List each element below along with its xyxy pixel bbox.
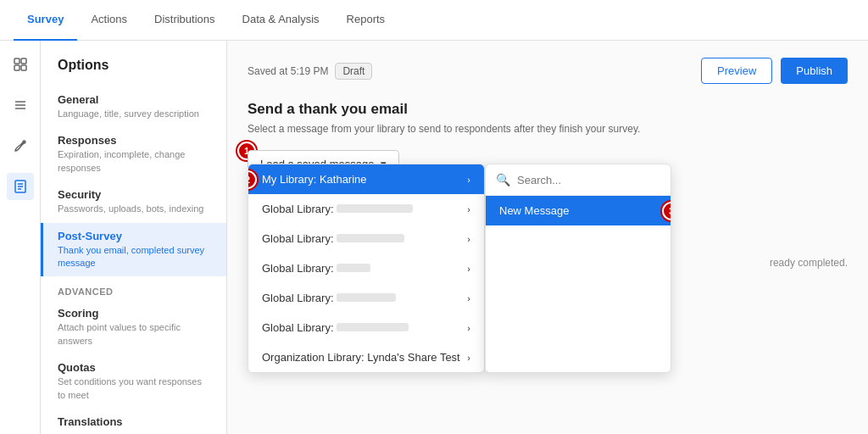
tab-distributions[interactable]: Distributions	[141, 0, 229, 41]
list-icon[interactable]	[7, 92, 34, 119]
dropdown-item-label: My Library: Katharine	[262, 173, 367, 186]
dropdown-item-my-library[interactable]: 2 My Library: Katharine ›	[248, 164, 484, 194]
step3-badge: 3	[662, 202, 671, 220]
content-area: Saved at 5:19 PM Draft Preview Publish S…	[227, 41, 868, 434]
svg-rect-1	[21, 58, 26, 64]
sidebar-item-scoring[interactable]: Scoring Attach point values to specific …	[41, 300, 226, 354]
new-message-button[interactable]: New Message 3	[486, 196, 670, 225]
dropdown-item-global-4[interactable]: Global Library: ›	[248, 283, 484, 313]
dropdown-item-label: Global Library:	[262, 321, 409, 334]
chevron-right-icon: ›	[467, 204, 470, 214]
search-input[interactable]	[517, 174, 660, 186]
brush-icon[interactable]	[7, 132, 34, 159]
dropdown-item-global-2[interactable]: Global Library: ›	[248, 224, 484, 253]
chevron-right-icon: ›	[467, 323, 470, 333]
dropdown-item-org-library[interactable]: Organization Library: Lynda's Share Test…	[248, 342, 484, 372]
options-title: Options	[41, 58, 226, 86]
dropdown-item-label: Global Library:	[262, 262, 370, 275]
dropdown-item-global-1[interactable]: Global Library: ›	[248, 194, 484, 224]
dropdown-item-label: Global Library:	[262, 232, 404, 245]
dropdown-container: 2 My Library: Katharine › Global Library…	[248, 164, 671, 373]
search-box: 🔍	[486, 164, 670, 196]
sidebar-item-security[interactable]: Security Passwords, uploads, bots, index…	[41, 181, 226, 222]
tab-reports[interactable]: Reports	[333, 0, 399, 41]
already-completed-text: ready completed.	[770, 257, 848, 269]
dropdown-item-global-3[interactable]: Global Library: ›	[248, 253, 484, 283]
chevron-right-icon: ›	[467, 353, 470, 363]
dropdown-item-label: Global Library:	[262, 292, 396, 304]
preview-button[interactable]: Preview	[701, 58, 772, 84]
sidebar-item-quotas[interactable]: Quotas Set conditions you want responses…	[41, 354, 226, 409]
dropdown-item-label: Organization Library: Lynda's Share Test	[262, 351, 460, 364]
save-status: Saved at 5:19 PM Draft	[248, 63, 372, 80]
layout-icon[interactable]	[7, 51, 34, 78]
icon-sidebar	[0, 41, 41, 434]
search-icon: 🔍	[496, 173, 510, 186]
svg-rect-3	[21, 65, 26, 70]
action-buttons: Preview Publish	[701, 58, 848, 84]
chevron-right-icon: ›	[467, 175, 470, 185]
tab-actions[interactable]: Actions	[77, 0, 141, 41]
dropdown-item-label: Global Library:	[262, 203, 413, 215]
dropdown-item-global-5[interactable]: Global Library: ›	[248, 313, 484, 342]
section-title: Send a thank you email	[248, 101, 848, 118]
sidebar-item-post-survey[interactable]: Post-Survey Thank you email, completed s…	[41, 223, 226, 277]
section-desc: Select a message from your library to se…	[248, 121, 848, 136]
chevron-right-icon: ›	[467, 293, 470, 303]
search-panel: 🔍 New Message 3	[485, 164, 671, 373]
top-nav: Survey Actions Distributions Data & Anal…	[0, 0, 868, 41]
svg-rect-2	[14, 65, 19, 70]
content-topbar: Saved at 5:19 PM Draft Preview Publish	[248, 58, 848, 84]
main-layout: Options General Language, title, survey …	[0, 41, 868, 434]
publish-button[interactable]: Publish	[781, 58, 848, 84]
dropdown-menu: 2 My Library: Katharine › Global Library…	[248, 164, 485, 373]
tab-survey[interactable]: Survey	[14, 0, 77, 41]
draft-badge: Draft	[335, 63, 372, 80]
chevron-right-icon: ›	[467, 234, 470, 244]
options-sidebar: Options General Language, title, survey …	[41, 41, 227, 434]
step2-badge: 2	[248, 170, 257, 189]
tab-data-analysis[interactable]: Data & Analysis	[229, 0, 333, 41]
chevron-right-icon: ›	[467, 264, 470, 274]
sidebar-item-responses[interactable]: Responses Expiration, incomplete, change…	[41, 127, 226, 181]
sidebar-item-general[interactable]: General Language, title, survey descript…	[41, 86, 226, 127]
svg-rect-0	[14, 58, 19, 64]
sidebar-item-translations[interactable]: Translations	[41, 409, 226, 434]
advanced-header: Advanced	[41, 276, 226, 300]
document-icon[interactable]	[7, 173, 34, 200]
